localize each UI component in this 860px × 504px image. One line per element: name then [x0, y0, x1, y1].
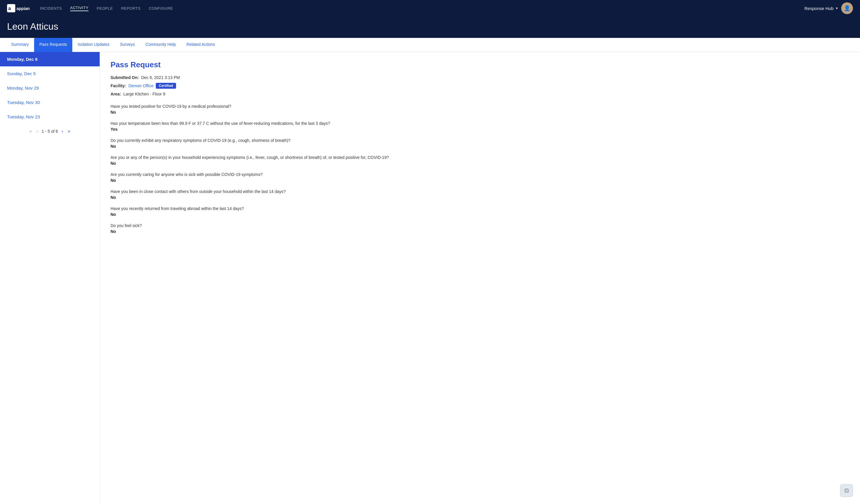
nav-incidents[interactable]: INCIDENTS: [40, 6, 62, 11]
tabs-bar: Summary Pass Requests Isolation Updates …: [0, 38, 860, 52]
tab-related-actions[interactable]: Related Actions: [181, 38, 220, 52]
main-layout: Monday, Dec 6 Sunday, Dec 5 Monday, Nov …: [0, 52, 860, 504]
tab-isolation-updates[interactable]: Isolation Updates: [72, 38, 115, 52]
avatar[interactable]: 👤: [841, 2, 853, 14]
top-navigation: a appian INCIDENTS ACTIVITY PEOPLE REPOR…: [0, 0, 860, 16]
pagination-text: 1 - 5 of 6: [42, 129, 58, 134]
facility-row: Facility: Denver Office Certified: [111, 83, 849, 89]
question-3: Do you currently exhibit any respiratory…: [111, 138, 849, 143]
sidebar-item-tuesday-nov30[interactable]: Tuesday, Nov 30: [0, 95, 100, 109]
svg-text:appian: appian: [16, 6, 30, 11]
nav-activity[interactable]: ACTIVITY: [70, 5, 89, 11]
tab-summary[interactable]: Summary: [6, 38, 34, 52]
answer-6: No: [111, 195, 849, 200]
nav-links: INCIDENTS ACTIVITY PEOPLE REPORTS CONFIG…: [40, 5, 804, 11]
prev-page-icon[interactable]: ‹: [35, 129, 39, 134]
right-section: Response Hub ▾ 👤: [804, 2, 853, 14]
question-7: Have you recently returned from travelin…: [111, 206, 849, 211]
answer-1: No: [111, 110, 849, 115]
pass-request-title: Pass Request: [111, 60, 849, 69]
submitted-value: Dec 6, 2021 3:13 PM: [141, 75, 180, 80]
next-page-icon[interactable]: ›: [60, 129, 64, 134]
question-4: Are you or any of the person(s) in your …: [111, 155, 849, 160]
nav-reports[interactable]: REPORTS: [121, 6, 141, 11]
question-6: Have you been in close contact with othe…: [111, 189, 849, 194]
question-2: Has your temperature been less than 99.9…: [111, 121, 849, 126]
qa-5: Are you currently caring for anyone who …: [111, 172, 849, 183]
question-1: Have you tested positive for COVID-19 by…: [111, 104, 849, 109]
question-5: Are you currently caring for anyone who …: [111, 172, 849, 177]
answer-8: No: [111, 229, 849, 234]
svg-text:a: a: [8, 6, 11, 11]
response-hub-label: Response Hub: [804, 6, 833, 11]
help-button[interactable]: ⊡: [840, 484, 853, 497]
first-page-icon[interactable]: «: [28, 129, 33, 134]
sidebar-item-sunday-dec5[interactable]: Sunday, Dec 5: [0, 66, 100, 81]
sidebar-pagination: « ‹ 1 - 5 of 6 › »: [0, 124, 100, 139]
qa-1: Have you tested positive for COVID-19 by…: [111, 104, 849, 115]
answer-4: No: [111, 161, 849, 166]
question-8: Do you feel sick?: [111, 223, 849, 228]
help-icon: ⊡: [844, 487, 849, 494]
facility-label: Facility:: [111, 84, 126, 88]
qa-2: Has your temperature been less than 99.9…: [111, 121, 849, 132]
qa-6: Have you been in close contact with othe…: [111, 189, 849, 200]
sidebar-item-monday-nov29[interactable]: Monday, Nov 29: [0, 81, 100, 95]
qa-8: Do you feel sick? No: [111, 223, 849, 234]
qa-7: Have you recently returned from travelin…: [111, 206, 849, 217]
page-title: Leon Atticus: [7, 21, 853, 32]
qa-3: Do you currently exhibit any respiratory…: [111, 138, 849, 149]
tab-pass-requests[interactable]: Pass Requests: [34, 38, 72, 52]
sidebar: Monday, Dec 6 Sunday, Dec 5 Monday, Nov …: [0, 52, 100, 504]
area-label: Area:: [111, 92, 121, 97]
tab-surveys[interactable]: Surveys: [115, 38, 140, 52]
answer-7: No: [111, 212, 849, 217]
nav-configure[interactable]: CONFIGURE: [149, 6, 173, 11]
response-hub-dropdown[interactable]: Response Hub ▾: [804, 6, 838, 11]
area-value: Large Kitchen - Floor 9: [124, 92, 165, 97]
area-row: Area: Large Kitchen - Floor 9: [111, 92, 849, 97]
last-page-icon[interactable]: »: [67, 129, 71, 134]
chevron-down-icon: ▾: [836, 6, 838, 10]
answer-3: No: [111, 144, 849, 149]
page-header: Leon Atticus: [0, 16, 860, 38]
answer-2: Yes: [111, 127, 849, 132]
answer-5: No: [111, 178, 849, 183]
content-area: Pass Request Submitted On: Dec 6, 2021 3…: [100, 52, 860, 504]
facility-link[interactable]: Denver Office: [128, 84, 154, 88]
sidebar-item-monday-dec6[interactable]: Monday, Dec 6: [0, 52, 100, 66]
qa-4: Are you or any of the person(s) in your …: [111, 155, 849, 166]
nav-people[interactable]: PEOPLE: [97, 6, 113, 11]
sidebar-item-tuesday-nov23[interactable]: Tuesday, Nov 23: [0, 109, 100, 124]
appian-logo[interactable]: a appian: [7, 4, 31, 12]
tab-community-help[interactable]: Community Help: [140, 38, 181, 52]
submitted-row: Submitted On: Dec 6, 2021 3:13 PM: [111, 75, 849, 80]
certified-badge: Certified: [156, 83, 176, 89]
submitted-label: Submitted On:: [111, 75, 139, 80]
